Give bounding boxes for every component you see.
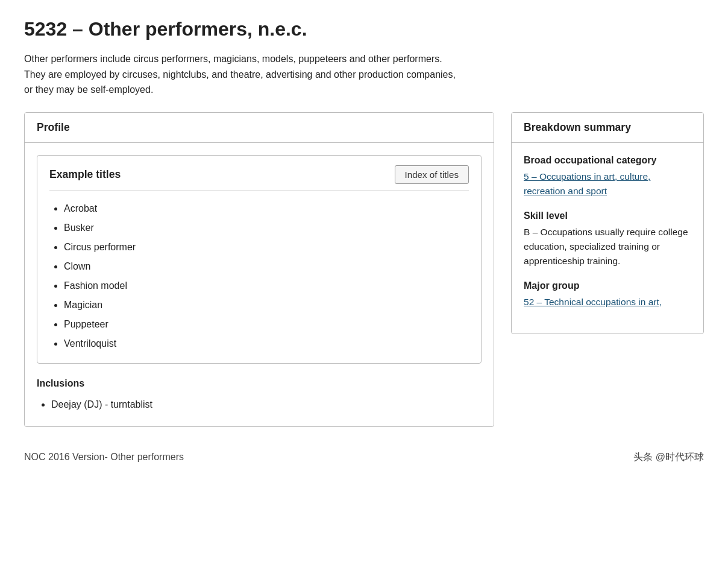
inclusions-list: Deejay (DJ) - turntablist — [37, 395, 482, 414]
breakdown-section-title: Major group — [524, 280, 691, 291]
list-item: Ventriloquist — [64, 334, 469, 353]
profile-header: Profile — [25, 113, 494, 143]
list-item: Deejay (DJ) - turntablist — [51, 395, 482, 414]
titles-list: Acrobat Busker Circus performer Clown Fa… — [49, 199, 469, 353]
major-group-link[interactable]: 52 – Technical occupations in art, — [524, 297, 662, 307]
index-of-titles-button[interactable]: Index of titles — [395, 165, 469, 184]
list-item: Busker — [64, 218, 469, 238]
example-titles-header: Example titles Index of titles — [49, 165, 469, 191]
breakdown-header: Breakdown summary — [512, 113, 703, 143]
list-item: Magician — [64, 296, 469, 315]
profile-panel: Profile Example titles Index of titles A… — [24, 112, 494, 427]
footer-brand: 头条 @时代环球 — [633, 451, 704, 464]
breakdown-section-title: Broad occupational category — [524, 155, 691, 166]
example-titles-box: Example titles Index of titles Acrobat B… — [37, 155, 482, 364]
inclusions-section: Inclusions Deejay (DJ) - turntablist — [37, 378, 482, 414]
footer: NOC 2016 Version- Other performers 头条 @时… — [24, 451, 704, 464]
list-item: Puppeteer — [64, 315, 469, 334]
main-layout: Profile Example titles Index of titles A… — [24, 112, 704, 427]
list-item: Acrobat — [64, 199, 469, 218]
breakdown-panel: Breakdown summary Broad occupational cat… — [511, 112, 704, 334]
breakdown-section-skill: Skill level B – Occupations usually requ… — [524, 210, 691, 268]
page-description: Other performers include circus performe… — [24, 51, 458, 98]
breakdown-section-broad: Broad occupational category 5 – Occupati… — [524, 155, 691, 198]
breakdown-section-title: Skill level — [524, 210, 691, 221]
list-item: Circus performer — [64, 238, 469, 257]
example-titles-label: Example titles — [49, 168, 121, 181]
breakdown-section-major: Major group 52 – Technical occupations i… — [524, 280, 691, 309]
profile-body: Example titles Index of titles Acrobat B… — [25, 143, 494, 426]
skill-level-text: B – Occupations usually require college … — [524, 225, 691, 268]
list-item: Clown — [64, 257, 469, 276]
breakdown-body: Broad occupational category 5 – Occupati… — [512, 143, 703, 334]
footer-left: NOC 2016 Version- Other performers — [24, 452, 184, 463]
page-title: 5232 – Other performers, n.e.c. — [24, 18, 704, 40]
inclusions-label: Inclusions — [37, 378, 482, 389]
list-item: Fashion model — [64, 276, 469, 296]
broad-category-link[interactable]: 5 – Occupations in art, culture, recreat… — [524, 171, 650, 196]
